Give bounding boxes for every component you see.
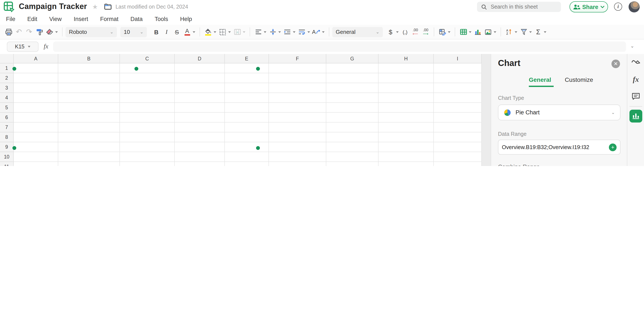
user-avatar[interactable] — [628, 1, 640, 13]
grid-cell[interactable] — [378, 152, 434, 162]
text-rotate-dropdown[interactable] — [322, 31, 324, 33]
menu-item-help[interactable]: Help — [180, 16, 192, 22]
column-header-E[interactable]: E — [225, 54, 269, 63]
grid-cell[interactable] — [269, 132, 326, 142]
number-format-select[interactable]: General⌄ — [332, 27, 383, 37]
grid-cell[interactable] — [378, 132, 434, 142]
decrease-decimal-button[interactable]: .00⟵ — [410, 26, 420, 38]
grid-cell[interactable] — [269, 162, 326, 166]
grid-cell[interactable] — [175, 132, 225, 142]
add-range-button[interactable]: + — [609, 143, 616, 151]
grid-cell[interactable] — [434, 123, 482, 132]
grid-cell[interactable] — [120, 113, 175, 123]
grid-cell[interactable] — [120, 152, 175, 162]
grid-cell[interactable] — [326, 152, 378, 162]
grid-cell[interactable] — [175, 123, 225, 132]
sum-button[interactable]: Σ — [533, 26, 544, 38]
grid-cell[interactable] — [175, 142, 225, 152]
conditional-format-button[interactable] — [437, 26, 448, 38]
indent-button[interactable] — [282, 26, 292, 38]
filter-button[interactable] — [518, 26, 529, 38]
grid-cell[interactable] — [326, 162, 378, 166]
merge-cells-button[interactable]: a — [232, 26, 242, 38]
row-header-2[interactable]: 2 — [0, 73, 14, 83]
grid-cell[interactable] — [58, 132, 120, 142]
row-header-3[interactable]: 3 — [0, 83, 14, 93]
horizontal-align-dropdown[interactable] — [264, 31, 266, 33]
grid-cell[interactable] — [434, 83, 482, 93]
text-color-dropdown[interactable] — [193, 31, 195, 33]
increase-decimal-button[interactable]: .00⟶ — [420, 26, 431, 38]
grid-cell[interactable] — [58, 103, 120, 113]
grid-cell[interactable] — [225, 152, 269, 162]
grid-cell[interactable] — [14, 63, 58, 73]
tab-customize[interactable]: Customize — [565, 76, 593, 83]
favorite-star-icon[interactable]: ★ — [92, 3, 98, 11]
selection-handle[interactable] — [256, 67, 260, 71]
grid-cell[interactable] — [225, 113, 269, 123]
grid-cell[interactable] — [175, 162, 225, 166]
column-header-F[interactable]: F — [269, 54, 326, 63]
grid-cell[interactable] — [58, 152, 120, 162]
grid-cell[interactable] — [378, 93, 434, 103]
vertical-align-button[interactable] — [268, 26, 278, 38]
grid-cell[interactable] — [58, 73, 120, 83]
grid-cell[interactable] — [378, 73, 434, 83]
sheet-search[interactable] — [477, 2, 561, 12]
text-wrap-dropdown[interactable] — [308, 31, 310, 33]
grid-cell[interactable] — [434, 142, 482, 152]
grid-cell[interactable] — [120, 63, 175, 73]
strikethrough-button[interactable]: S — [172, 26, 182, 38]
grid-cell[interactable] — [269, 73, 326, 83]
zia-assistant-icon[interactable] — [631, 58, 641, 69]
grid-cell[interactable] — [58, 83, 120, 93]
grid-corner[interactable] — [0, 54, 14, 63]
grid-cell[interactable] — [378, 83, 434, 93]
filter-dropdown[interactable] — [529, 31, 532, 33]
grid-cell[interactable] — [58, 63, 120, 73]
row-header-10[interactable]: 10 — [0, 152, 14, 162]
grid-cell[interactable] — [58, 93, 120, 103]
redo-button[interactable]: ↷ — [24, 26, 34, 38]
print-button[interactable] — [4, 26, 14, 38]
indent-dropdown[interactable] — [293, 31, 296, 33]
column-header-D[interactable]: D — [175, 54, 225, 63]
grid-cell[interactable] — [120, 132, 175, 142]
grid-cell[interactable] — [225, 83, 269, 93]
grid-cell[interactable] — [120, 162, 175, 166]
column-header-H[interactable]: H — [378, 54, 434, 63]
data-range-input[interactable]: Overview.B19:B32;Overview.I19:I32 + — [498, 140, 620, 155]
name-box[interactable]: K15 — [7, 42, 38, 52]
grid-cell[interactable] — [269, 83, 326, 93]
grid-cell[interactable] — [378, 63, 434, 73]
paint-format-button[interactable] — [34, 26, 44, 38]
grid-cell[interactable] — [225, 93, 269, 103]
grid-cell[interactable] — [120, 142, 175, 152]
row-header-5[interactable]: 5 — [0, 103, 14, 113]
grid-cell[interactable] — [326, 132, 378, 142]
conditional-format-dropdown[interactable] — [448, 31, 450, 33]
row-header-6[interactable]: 6 — [0, 113, 14, 123]
grid-cell[interactable] — [225, 142, 269, 152]
grid-cell[interactable] — [14, 162, 58, 166]
font-family-select[interactable]: Roboto⌄ — [66, 27, 117, 37]
grid-cell[interactable] — [14, 83, 58, 93]
functions-icon[interactable]: fx — [631, 75, 641, 85]
row-header-7[interactable]: 7 — [0, 123, 14, 132]
column-header-I[interactable]: I — [434, 54, 482, 63]
menu-item-tools[interactable]: Tools — [154, 16, 168, 22]
grid-cell[interactable] — [14, 142, 58, 152]
grid-cell[interactable] — [14, 152, 58, 162]
menu-item-edit[interactable]: Edit — [28, 16, 38, 22]
selection-handle[interactable] — [256, 146, 260, 150]
tab-general[interactable]: General — [529, 76, 551, 83]
vertical-align-dropdown[interactable] — [278, 31, 281, 33]
comma-format-button[interactable]: (,) — [400, 26, 410, 38]
sum-dropdown[interactable] — [544, 31, 546, 33]
text-rotate-button[interactable]: A — [311, 26, 322, 38]
grid-cell[interactable] — [175, 83, 225, 93]
text-color-button[interactable]: A — [182, 26, 192, 38]
grid-cell[interactable] — [378, 142, 434, 152]
grid-cell[interactable] — [434, 132, 482, 142]
column-header-C[interactable]: C — [120, 54, 175, 63]
